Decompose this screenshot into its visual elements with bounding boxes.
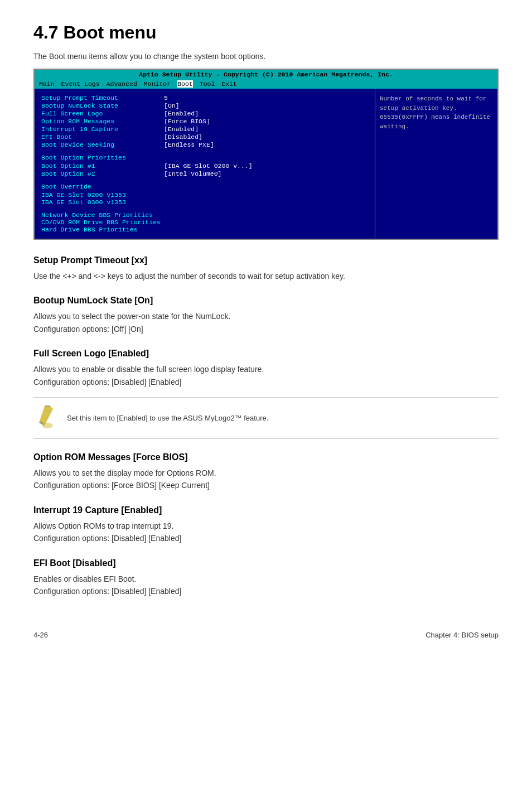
section-body-efi-boot: Enables or disables EFI Boot.Configurati… bbox=[33, 573, 499, 598]
bios-label-boot-option-1: Boot Option #1 bbox=[41, 162, 164, 170]
bios-menu-eventlogs[interactable]: Event Logs bbox=[61, 80, 100, 88]
bios-label-full-screen-logo: Full Screen Logo bbox=[41, 110, 164, 117]
bios-value-interrupt19: [Enabled] bbox=[164, 125, 199, 133]
bios-label-setup-prompt-timeout: Setup Prompt Timeout bbox=[41, 94, 164, 102]
section-option-rom-messages: Option ROM Messages [Force BIOS] Allows … bbox=[33, 452, 499, 492]
bios-menu-main[interactable]: Main bbox=[39, 80, 55, 88]
footer-chapter: Chapter 4: BIOS setup bbox=[425, 631, 499, 639]
bios-value-boot-device-seeking: [Endless PXE] bbox=[164, 141, 214, 148]
bios-value-boot-option-2: [Intel Volume0] bbox=[164, 170, 222, 177]
section-body-option-rom-messages: Allows you to set the display mode for O… bbox=[33, 467, 499, 492]
section-heading-bootup-numlock: Bootup NumLock State [On] bbox=[33, 296, 499, 306]
bios-row-interrupt19: Interrupt 19 Capture [Enabled] bbox=[41, 125, 368, 133]
bios-cddvd-bbs[interactable]: CD/DVD ROM Drive BBS Priorities bbox=[41, 219, 368, 226]
section-full-screen-logo: Full Screen Logo [Enabled] Allows you to… bbox=[33, 349, 499, 388]
bios-menu-boot[interactable]: Boot bbox=[177, 80, 193, 88]
bios-row-setup-prompt-timeout: Setup Prompt Timeout 5 bbox=[41, 94, 368, 102]
bios-row-efi-boot: EFI Boot [Disabled] bbox=[41, 133, 368, 141]
section-efi-boot: EFI Boot [Disabled] Enables or disables … bbox=[33, 558, 499, 598]
bios-boot-override-1[interactable]: IBA GE Slot 0200 v1353 bbox=[41, 191, 368, 199]
page-footer: 4-26 Chapter 4: BIOS setup bbox=[33, 631, 499, 639]
section-body-bootup-numlock: Allows you to select the power-on state … bbox=[33, 310, 499, 335]
bios-boot-override-2[interactable]: IBA GE Slot 0300 v1353 bbox=[41, 199, 368, 206]
note-icon bbox=[33, 403, 67, 433]
bios-menu-exit[interactable]: Exit bbox=[221, 80, 237, 88]
section-interrupt-19-capture: Interrupt 19 Capture [Enabled] Allows Op… bbox=[33, 505, 499, 545]
bios-label-boot-option-2: Boot Option #2 bbox=[41, 170, 164, 177]
section-body-full-screen-logo: Allows you to enable or disable the full… bbox=[33, 363, 499, 388]
bios-value-option-rom: [Force BIOS] bbox=[164, 118, 210, 125]
section-heading-interrupt-19-capture: Interrupt 19 Capture [Enabled] bbox=[33, 505, 499, 515]
bios-label-efi-boot: EFI Boot bbox=[41, 133, 164, 141]
bios-label-bootup-numlock: Bootup NumLock State bbox=[41, 102, 164, 109]
bios-menu-bar: Main Event Logs Advanced Monitor Boot To… bbox=[35, 79, 497, 89]
bios-row-boot-device-seeking: Boot Device Seeking [Endless PXE] bbox=[41, 141, 368, 148]
note-text: Set this item to [Enabled] to use the AS… bbox=[67, 414, 268, 422]
bios-value-boot-option-1: [IBA GE Slot 0200 v...] bbox=[164, 162, 253, 170]
footer-page-number: 4-26 bbox=[33, 631, 48, 639]
bios-label-boot-device-seeking: Boot Device Seeking bbox=[41, 141, 164, 148]
bios-menu-tool[interactable]: Tool bbox=[200, 80, 215, 88]
bios-title-bar: Aptio Setup Utility - Copyright (C) 2010… bbox=[35, 70, 497, 79]
bios-row-boot-option-2: Boot Option #2 [Intel Volume0] bbox=[41, 170, 368, 177]
section-heading-option-rom-messages: Option ROM Messages [Force BIOS] bbox=[33, 452, 499, 462]
bios-body: Setup Prompt Timeout 5 Bootup NumLock St… bbox=[35, 89, 497, 239]
bios-row-boot-option-1: Boot Option #1 [IBA GE Slot 0200 v...] bbox=[41, 162, 368, 170]
bios-label-interrupt19: Interrupt 19 Capture bbox=[41, 125, 164, 133]
intro-text: The Boot menu items allow you to change … bbox=[33, 52, 499, 61]
bios-value-efi-boot: [Disabled] bbox=[164, 133, 202, 141]
section-heading-setup-prompt-timeout: Setup Prompt Timeout [xx] bbox=[33, 255, 499, 265]
page-title: 4.7 Boot menu bbox=[33, 22, 499, 43]
bios-help-text: Number of seconds to wait for setup acti… bbox=[380, 95, 490, 130]
bios-screen: Aptio Setup Utility - Copyright (C) 2010… bbox=[33, 69, 499, 240]
bios-menu-advanced[interactable]: Advanced bbox=[107, 80, 137, 88]
bios-network-bbs[interactable]: Network Device BBS Priorities bbox=[41, 211, 368, 219]
bios-harddrive-bbs[interactable]: Hard Drive BBS Priorities bbox=[41, 226, 368, 233]
bios-help-panel: Number of seconds to wait for setup acti… bbox=[375, 89, 497, 239]
section-heading-full-screen-logo: Full Screen Logo [Enabled] bbox=[33, 349, 499, 359]
note-box: Set this item to [Enabled] to use the AS… bbox=[33, 397, 499, 439]
bios-row-option-rom: Option ROM Messages [Force BIOS] bbox=[41, 118, 368, 125]
section-heading-efi-boot: EFI Boot [Disabled] bbox=[33, 558, 499, 568]
section-body-interrupt-19-capture: Allows Option ROMs to trap interrupt 19.… bbox=[33, 520, 499, 545]
bios-label-option-rom: Option ROM Messages bbox=[41, 118, 164, 125]
bios-value-bootup-numlock: [On] bbox=[164, 102, 180, 109]
bios-row-bootup-numlock: Bootup NumLock State [On] bbox=[41, 102, 368, 109]
section-bootup-numlock: Bootup NumLock State [On] Allows you to … bbox=[33, 296, 499, 335]
bios-section-boot-override: Boot Override bbox=[41, 183, 368, 190]
section-setup-prompt-timeout: Setup Prompt Timeout [xx] Use the <+> an… bbox=[33, 255, 499, 282]
bios-main-panel: Setup Prompt Timeout 5 Bootup NumLock St… bbox=[35, 89, 375, 239]
bios-section-boot-priorities: Boot Option Priorities bbox=[41, 154, 368, 161]
bios-value-full-screen-logo: [Enabled] bbox=[164, 110, 199, 117]
bios-value-setup-prompt-timeout: 5 bbox=[164, 94, 168, 102]
bios-menu-monitor[interactable]: Monitor bbox=[144, 80, 171, 88]
bios-row-full-screen-logo: Full Screen Logo [Enabled] bbox=[41, 110, 368, 117]
section-body-setup-prompt-timeout: Use the <+> and <-> keys to adjust the n… bbox=[33, 270, 499, 282]
